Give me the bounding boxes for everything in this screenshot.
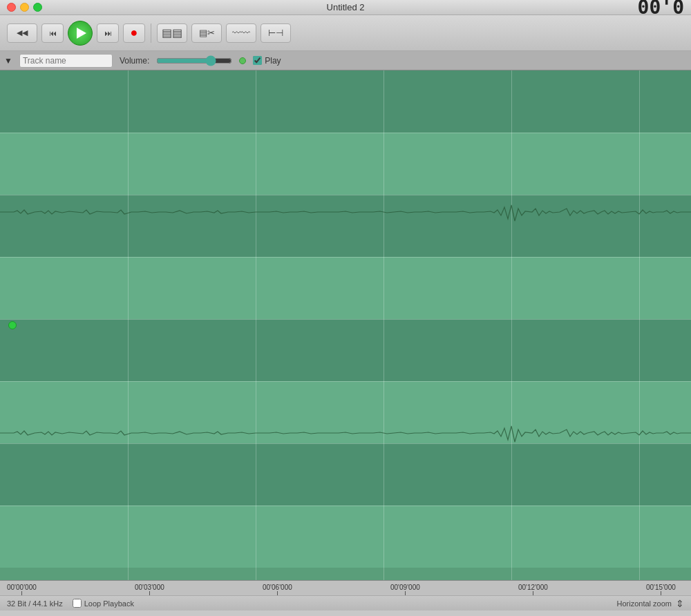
wave-button[interactable]: 〰〰: [226, 23, 256, 43]
timeline-tick-mark-0: [21, 591, 22, 595]
record-button[interactable]: ●: [123, 23, 145, 43]
skip-back-icon: ⏮: [49, 29, 57, 37]
bars-button[interactable]: ▤▤: [157, 23, 187, 43]
timeline-label-0: 00'00'000: [7, 584, 37, 591]
time-counter: 00'0: [638, 0, 684, 19]
timeline-marker-5: 00'15'000: [646, 584, 676, 595]
timeline-tick-mark-1: [149, 591, 150, 595]
waveform-svg: [0, 70, 691, 580]
loop-playback-checkbox[interactable]: [73, 599, 82, 608]
record-icon: ●: [131, 26, 138, 40]
play-icon: [77, 28, 86, 39]
rewind-start-button[interactable]: ⏮: [41, 23, 64, 43]
window-title: Untitled 2: [327, 2, 365, 12]
maximize-button[interactable]: [33, 3, 42, 12]
rewind-icon: ◀◀: [17, 28, 28, 37]
cut-icon: ▤✂: [199, 28, 215, 38]
wave-icon: 〰〰: [232, 28, 250, 38]
play-checkbox-input[interactable]: [253, 56, 262, 65]
bars-icon: ▤▤: [162, 26, 182, 39]
rewind-button[interactable]: ◀◀: [7, 23, 37, 43]
zoom-arrows-icon[interactable]: ⇕: [676, 598, 684, 609]
fast-forward-button[interactable]: ⏭: [97, 23, 119, 43]
volume-slider[interactable]: [156, 55, 232, 66]
track-collapse-arrow[interactable]: ▼: [4, 56, 12, 66]
horizontal-zoom-label: Horizontal zoom: [617, 599, 672, 608]
timeline-tick-mark-4: [533, 591, 533, 595]
volume-indicator: [239, 57, 246, 64]
cut-button[interactable]: ▤✂: [191, 23, 222, 43]
waveform-area: [0, 70, 691, 580]
timeline-label-5: 00'15'000: [646, 584, 676, 591]
loop-playback-label[interactable]: Loop Playback: [73, 599, 134, 608]
play-checkbox-label[interactable]: Play: [253, 56, 281, 66]
timeline-tick-mark-5: [661, 591, 661, 595]
track-header: ▼ Volume: Play: [0, 51, 691, 70]
timeline-marker-0: 00'00'000: [7, 584, 37, 595]
status-bar: 32 Bit / 44.1 kHz Loop Playback Horizont…: [0, 595, 691, 610]
timeline-label-3: 00'09'000: [390, 584, 420, 591]
title-bar: Untitled 2 00'0: [0, 0, 691, 15]
status-left: 32 Bit / 44.1 kHz Loop Playback: [7, 599, 134, 608]
toolbar: ◀◀ ⏮ ⏭ ● ▤▤ ▤✂ 〰〰 ⊢⊣: [0, 15, 691, 51]
timeline-marker-4: 00'12'000: [518, 584, 548, 595]
fast-forward-icon: ⏭: [104, 29, 112, 37]
minimize-button[interactable]: [20, 3, 29, 12]
close-button[interactable]: [7, 3, 16, 12]
timeline: 00'00'000 00'03'000 00'06'000 00'09'000 …: [0, 580, 691, 595]
timeline-tick-mark-3: [405, 591, 406, 595]
window-controls: [7, 3, 42, 12]
track-name-input[interactable]: [19, 54, 113, 68]
playhead-dot: [8, 321, 17, 329]
play-checkbox-text: Play: [265, 56, 281, 66]
separator-1: [151, 23, 151, 43]
timeline-marker-1: 00'03'000: [135, 584, 164, 595]
timeline-tick-mark-2: [277, 591, 278, 595]
play-button[interactable]: [68, 21, 93, 46]
split-icon: ⊢⊣: [268, 28, 283, 38]
timeline-marker-3: 00'09'000: [390, 584, 420, 595]
timeline-label-2: 00'06'000: [263, 584, 292, 591]
timeline-label-4: 00'12'000: [518, 584, 548, 591]
bit-rate-label: 32 Bit / 44.1 kHz: [7, 599, 63, 608]
timeline-marker-2: 00'06'000: [263, 584, 292, 595]
volume-label: Volume:: [120, 56, 149, 66]
loop-playback-text: Loop Playback: [84, 599, 134, 608]
split-button[interactable]: ⊢⊣: [261, 23, 291, 43]
status-right: Horizontal zoom ⇕: [617, 598, 684, 609]
timeline-label-1: 00'03'000: [135, 584, 164, 591]
